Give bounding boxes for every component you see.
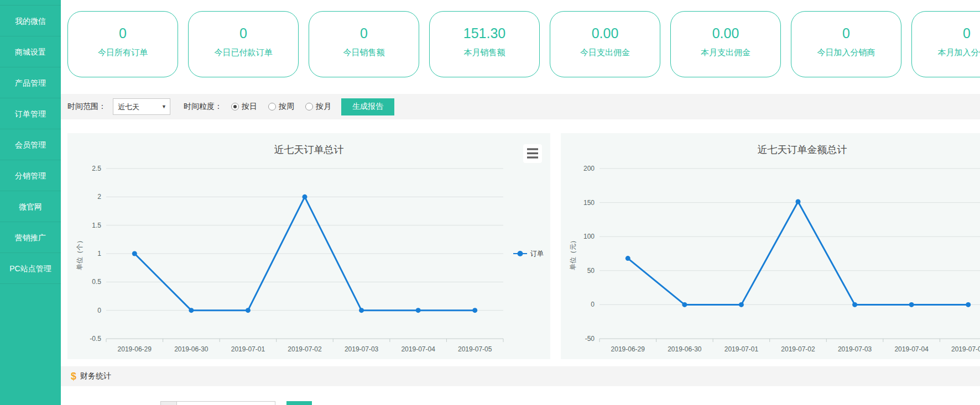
radio-label: 按周: [279, 102, 294, 112]
data-point[interactable]: [359, 308, 364, 313]
stat-cards-row: 0今日所有订单0今日已付款订单0今日销售额151.30本月销售额0.00今日支出…: [61, 0, 980, 78]
data-point[interactable]: [739, 302, 744, 307]
bottom-toolbar: [160, 401, 980, 405]
bottom-action-button[interactable]: [286, 401, 312, 405]
y-axis-tick-label: 100: [583, 233, 595, 240]
x-axis-tick-label: 2019-07-03: [838, 345, 872, 353]
stat-card-value: 0: [791, 25, 901, 41]
main-content: 0今日所有订单0今日已付款订单0今日销售额151.30本月销售额0.00今日支出…: [61, 0, 980, 405]
sidebar-item-9[interactable]: PC站点管理: [0, 253, 61, 284]
data-point[interactable]: [625, 256, 630, 261]
y-axis-tick-label: 2: [97, 193, 101, 201]
x-axis-tick-label: 2019-06-29: [611, 345, 645, 353]
x-axis-tick-label: 2019-07-01: [724, 345, 759, 353]
x-axis-tick-label: 2019-07-02: [288, 345, 322, 353]
data-point[interactable]: [682, 302, 687, 307]
granularity-radio-group: 按日按周按月: [231, 102, 331, 112]
line-chart: 近七天订单金额总计200150100500-502019-06-292019-0…: [561, 133, 980, 359]
sidebar-item-partial[interactable]: [0, 0, 61, 6]
time-range-label: 时间范围：: [67, 102, 106, 112]
x-axis-tick-label: 2019-06-30: [668, 345, 702, 353]
stat-card-value: 0: [189, 25, 298, 41]
stat-card-3: 0今日销售额: [309, 11, 419, 77]
hamburger-menu-icon[interactable]: [523, 144, 542, 163]
stat-card-label: 本月支出佣金: [671, 48, 780, 58]
radio-按周[interactable]: 按周: [268, 102, 294, 112]
chart-legend[interactable]: 订单: [513, 250, 544, 257]
sidebar-item-7[interactable]: 微官网: [0, 191, 61, 222]
x-axis-tick-label: 2019-07-01: [231, 345, 265, 353]
stat-card-7: 0今日加入分销商: [791, 11, 901, 77]
data-point[interactable]: [852, 302, 857, 307]
sidebar-item-3[interactable]: 产品管理: [0, 67, 61, 98]
dollar-icon: $: [71, 371, 76, 382]
x-axis-tick-label: 2019-07-03: [345, 345, 379, 353]
generate-report-button[interactable]: 生成报告: [341, 98, 394, 115]
data-point[interactable]: [303, 194, 307, 199]
stat-card-value: 0: [68, 25, 178, 41]
sidebar-item-6[interactable]: 分销管理: [0, 160, 61, 191]
x-axis-tick-label: 2019-07-02: [781, 345, 815, 353]
data-point[interactable]: [246, 308, 251, 313]
radio-按日[interactable]: 按日: [231, 102, 257, 112]
data-point[interactable]: [796, 199, 801, 204]
stat-card-value: 0.00: [671, 25, 780, 41]
orders-line-chart-panel: 近七天订单总计2.521.510.50-0.52019-06-292019-06…: [67, 133, 550, 359]
data-point[interactable]: [909, 302, 914, 307]
charts-row: 近七天订单总计2.521.510.50-0.52019-06-292019-06…: [67, 133, 980, 359]
stat-card-label: 今日所有订单: [68, 48, 178, 58]
stat-card-8: 0本月加入分销商: [911, 11, 980, 77]
y-axis-tick-label: 0: [97, 307, 101, 314]
x-axis-tick-label: 2019-07-05: [951, 345, 980, 353]
chart-title: 近七天订单总计: [274, 144, 344, 155]
x-axis-tick-label: 2019-07-05: [458, 345, 492, 353]
sidebar: 我的微信商城设置产品管理订单管理会员管理分销管理微官网营销推广PC站点管理: [0, 0, 61, 405]
sidebar-item-8[interactable]: 营销推广: [0, 222, 61, 253]
data-point[interactable]: [472, 308, 477, 313]
x-axis-tick-label: 2019-07-04: [894, 345, 929, 353]
finance-section-header: $ 财务统计: [61, 366, 980, 386]
stat-card-label: 本月加入分销商: [912, 48, 980, 58]
radio-unselected-icon: [305, 103, 313, 111]
x-axis-tick-label: 2019-06-29: [118, 345, 152, 353]
data-point[interactable]: [132, 251, 137, 256]
y-axis-tick-label: 200: [583, 165, 595, 172]
y-axis-tick-label: 2.5: [92, 165, 101, 172]
sidebar-item-4[interactable]: 订单管理: [0, 98, 61, 129]
x-axis-tick-label: 2019-06-30: [174, 345, 208, 353]
radio-selected-icon: [231, 103, 239, 111]
input-addon: [160, 401, 177, 405]
y-axis-name: 单位（个）: [76, 237, 84, 270]
stat-card-value: 0: [309, 25, 419, 41]
stat-card-2: 0今日已付款订单: [188, 11, 299, 77]
stat-card-5: 0.00今日支出佣金: [550, 11, 660, 77]
line-chart: 近七天订单总计2.521.510.50-0.52019-06-292019-06…: [67, 133, 550, 359]
sidebar-item-5[interactable]: 会员管理: [0, 129, 61, 160]
time-range-select[interactable]: 近七天: [113, 98, 170, 115]
radio-按月[interactable]: 按月: [305, 102, 331, 112]
radio-label: 按月: [316, 102, 331, 112]
y-axis-tick-label: 1.5: [92, 222, 101, 229]
finance-section-title: 财务统计: [80, 371, 111, 381]
stat-card-value: 151.30: [430, 25, 539, 41]
stat-card-value: 0: [912, 25, 980, 41]
stat-card-label: 本月销售额: [430, 48, 539, 58]
data-point[interactable]: [966, 302, 971, 307]
y-axis-name: 单位（元）: [569, 237, 577, 270]
stat-card-label: 今日销售额: [309, 48, 419, 58]
y-axis-tick-label: 0: [591, 301, 595, 308]
y-axis-tick-label: 0.5: [92, 278, 101, 286]
stat-card-label: 今日支出佣金: [550, 48, 660, 58]
sidebar-item-2[interactable]: 商城设置: [0, 36, 61, 67]
data-point[interactable]: [416, 308, 421, 313]
granularity-label: 时间粒度：: [184, 102, 222, 112]
data-point[interactable]: [189, 308, 194, 313]
bottom-search-input[interactable]: [177, 401, 275, 405]
stat-card-value: 0.00: [550, 25, 660, 41]
x-axis-tick-label: 2019-07-04: [401, 345, 435, 353]
y-axis-tick-label: 50: [587, 267, 595, 275]
time-range-select-wrap: 近七天 ▼: [113, 98, 170, 115]
stat-card-1: 0今日所有订单: [67, 11, 178, 77]
filter-toolbar: 时间范围： 近七天 ▼ 时间粒度： 按日按周按月 生成报告: [61, 94, 980, 119]
sidebar-item-1[interactable]: 我的微信: [0, 6, 61, 36]
